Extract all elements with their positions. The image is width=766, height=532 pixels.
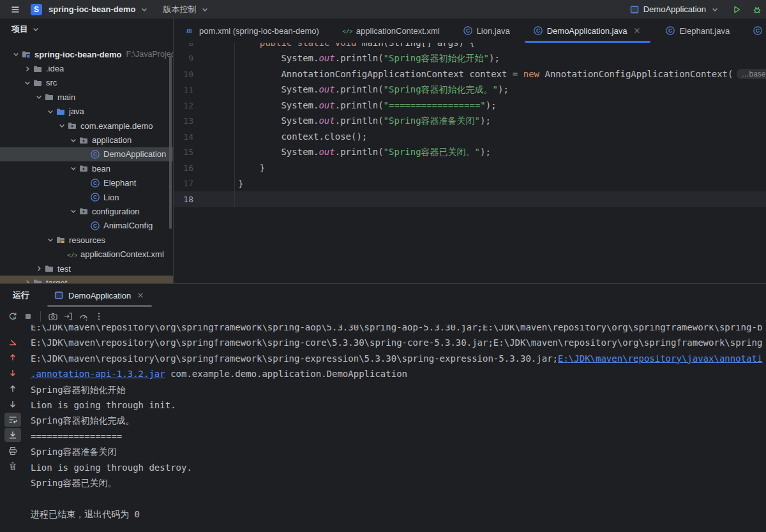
up-stack-trace-button[interactable] (4, 350, 21, 364)
tree-row-spring-ioc-bean-demo[interactable]: spring-ioc-bean-demoF:\JavaProjec (0, 47, 173, 61)
tree-row-resources[interactable]: resources (0, 233, 173, 247)
tree-row-elephant[interactable]: CElephant (0, 176, 173, 190)
main-menu-button[interactable] (6, 3, 24, 17)
svg-text:</>: </> (342, 28, 352, 34)
chevron-right-icon[interactable] (33, 263, 44, 274)
app-window-icon (54, 290, 64, 300)
console-line: .annotation-api-1.3.2.jar com.example.de… (31, 366, 766, 381)
project-panel-header[interactable]: 项目 (0, 18, 173, 40)
console-line: 进程已结束，退出代码为 0 (31, 506, 766, 522)
tab-pom-xml[interactable]: mpom.xml (spring-ioc-bean-demo) (174, 18, 331, 43)
tab-applicationcontext-xml[interactable]: </>applicationContext.xml (331, 18, 451, 43)
class-icon: C (463, 26, 473, 36)
tree-label: .idea (46, 64, 64, 73)
tree-row-com-example-demo[interactable]: com.example.demo (0, 119, 173, 133)
project-switcher[interactable]: spring-ioc-bean-demo (45, 3, 153, 17)
run-tab-demoapplication[interactable]: DemoApplication (46, 284, 153, 307)
chevron-down-icon[interactable] (45, 107, 56, 117)
project-folder-icon (21, 49, 33, 59)
tab-elephant-java[interactable]: CElephant.java (654, 18, 741, 43)
chevron-down-icon[interactable] (56, 121, 67, 131)
close-icon[interactable] (135, 290, 146, 300)
tree-row-demoapplication[interactable]: CDemoApplication (0, 147, 173, 161)
soft-wrap-toggle[interactable] (4, 413, 21, 427)
code-line-12[interactable]: 12 System.out.println("=================… (174, 98, 766, 114)
chevron-down-icon[interactable] (10, 49, 21, 59)
parameter-hint[interactable]: …base (737, 69, 766, 79)
code-line-9[interactable]: 9 System.out.println("Spring容器初始化开始"); (174, 51, 766, 67)
line-number: 13 (174, 114, 235, 129)
line-number: 12 (174, 98, 235, 114)
tree-row-applicationcontext-xml[interactable]: </>applicationContext.xml (0, 247, 173, 261)
svg-text:C: C (668, 27, 672, 34)
chevron-down-icon[interactable] (45, 235, 56, 245)
stop-button[interactable] (20, 309, 36, 324)
chevron-right-icon[interactable] (22, 64, 33, 74)
code-line-14[interactable]: 14 context.close(); (174, 129, 766, 145)
code-line-11[interactable]: 11 System.out.println("Spring容器初始化完成。"); (174, 82, 766, 98)
code-line-16[interactable]: 16 } (174, 160, 766, 176)
code-line-15[interactable]: 15 System.out.println("Spring容器已关闭。"); (174, 145, 766, 161)
close-icon[interactable] (632, 26, 642, 36)
vcs-widget[interactable]: 版本控制 (160, 2, 214, 17)
code-line-18[interactable]: 18 (174, 191, 766, 207)
chevron-down-icon[interactable] (68, 135, 79, 145)
code-line-10[interactable]: 10 AnnotationConfigApplicationContext co… (174, 66, 766, 82)
chevron-down-icon[interactable] (68, 163, 79, 174)
scroll-to-end-toggle[interactable] (4, 428, 21, 442)
run-button[interactable] (729, 2, 744, 17)
console-link[interactable]: .annotation-api-1.3.2.jar (31, 369, 165, 379)
tree-row-application[interactable]: application (0, 133, 173, 147)
tab-lion-java[interactable]: CLion.java (451, 18, 522, 43)
more-options-button[interactable] (91, 309, 107, 324)
code-line-8[interactable]: 8 public static void main(String[] args)… (174, 43, 766, 51)
chevron-down-icon[interactable] (22, 78, 33, 88)
attach-profiler-button[interactable] (61, 309, 76, 324)
project-scrollbar[interactable] (169, 55, 172, 229)
prev-occurrence-button[interactable] (4, 381, 21, 395)
code-text: System.out.println("Spring容器已关闭。"); (235, 147, 491, 158)
tab-animalconfig-java-clipped[interactable]: CAnim (741, 18, 766, 43)
print-button[interactable] (4, 444, 21, 458)
svg-text:C: C (93, 180, 97, 186)
code-text: System.out.println("================="); (235, 100, 497, 110)
capture-snapshot-button[interactable] (45, 309, 61, 324)
code-editor[interactable]: 8 public static void main(String[] args)… (174, 43, 766, 283)
next-occurrence-button[interactable] (4, 397, 21, 411)
chevron-right-icon[interactable] (22, 277, 33, 283)
tree-label: DemoApplication (103, 149, 166, 159)
tree-row-bean[interactable]: bean (0, 161, 173, 175)
chevron-down-icon[interactable] (68, 206, 79, 216)
bug-icon (752, 4, 762, 15)
tree-row-main[interactable]: main (0, 90, 173, 104)
tree-row-target[interactable]: target (0, 276, 173, 283)
tree-row-lion[interactable]: CLion (0, 190, 173, 204)
console-filter-icon[interactable] (4, 335, 21, 349)
tab-demoapplication-java[interactable]: CDemoApplication.java (522, 18, 654, 43)
run-configuration-selector[interactable]: DemoApplication (626, 3, 724, 17)
tree-row-configuration[interactable]: configuration (0, 204, 173, 218)
tree-row-src[interactable]: src (0, 76, 173, 90)
down-stack-trace-button[interactable] (4, 366, 21, 380)
code-line-13[interactable]: 13 System.out.println("Spring容器准备关闭"); (174, 114, 766, 129)
run-config-icon (629, 4, 640, 15)
rerun-button[interactable] (5, 309, 20, 324)
line-number: 16 (174, 160, 235, 176)
profiler-button[interactable] (76, 309, 91, 324)
tab-label: DemoApplication.java (547, 26, 627, 36)
debug-button[interactable] (749, 2, 765, 17)
folder-icon (44, 263, 56, 274)
project-panel-title: 项目 (11, 24, 28, 35)
code-line-17[interactable]: 17} (174, 176, 766, 192)
clear-all-button[interactable] (4, 459, 21, 473)
hamburger-menu-icon (10, 4, 20, 15)
console-link[interactable]: E:\JDK\maven\repository\javax\annotati (558, 353, 762, 364)
tree-row-animalconfig[interactable]: CAnimalConfig (0, 219, 173, 233)
line-number: 17 (174, 176, 235, 192)
console-output[interactable]: E:\JDK\maven\repository\org\springframew… (26, 325, 766, 532)
tree-row-java[interactable]: java (0, 105, 173, 119)
ide-window: S spring-ioc-bean-demo 版本控制 DemoApplicat… (0, 0, 766, 532)
tree-row--idea[interactable]: .idea (0, 61, 173, 75)
chevron-down-icon[interactable] (33, 92, 44, 102)
tree-row-test[interactable]: test (0, 262, 173, 276)
